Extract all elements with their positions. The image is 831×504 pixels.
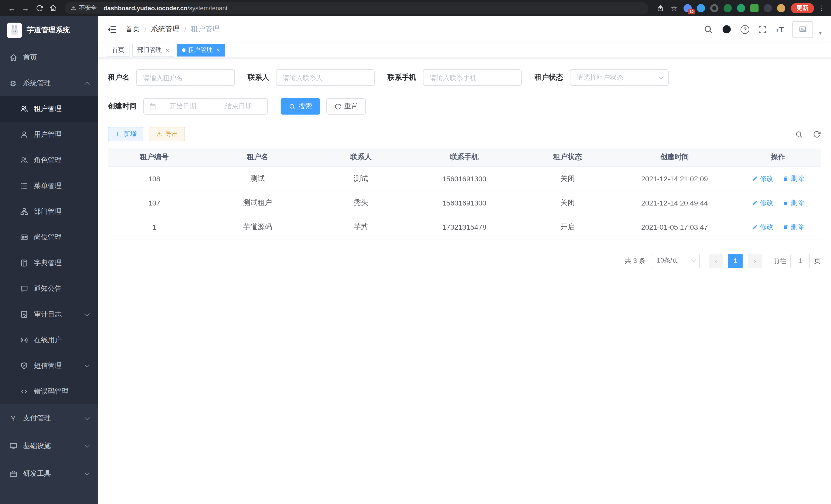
cell-tenant-id: 1 [108,215,201,239]
search-icon[interactable] [704,25,713,34]
user-icon [20,130,28,139]
sidebar-item-home[interactable]: 首页 [0,45,98,70]
contact-input[interactable] [276,69,375,86]
extension-icon-5[interactable] [737,4,745,12]
edit-button[interactable]: 修改 [752,174,773,183]
browser-back-button[interactable]: ← [5,2,18,14]
bookmark-star-icon[interactable]: ☆ [667,2,681,14]
next-page-button[interactable]: › [748,254,762,268]
sidebar-item-system-management[interactable]: ⚙ 系统管理 [0,70,98,96]
sidebar-item-role-management[interactable]: 角色管理 [0,147,98,173]
browser-update-button[interactable]: 更新 [791,3,814,13]
plus-icon [115,131,121,137]
browser-reload-button[interactable] [33,2,46,14]
date-range-picker[interactable]: 开始日期 - 结束日期 [143,98,268,115]
tags-view-bar: 首页 部门管理 × 租户管理 × [98,42,831,58]
browser-menu-icon[interactable]: ⋮ [818,4,826,12]
edit-label: 修改 [760,198,773,207]
sidebar-item-online-users[interactable]: 在线用户 [0,327,98,353]
add-button[interactable]: 新增 [108,127,143,141]
app-title: 芋道管理系统 [27,26,70,35]
sidebar-item-audit-log[interactable]: 审计日志 [0,302,98,327]
phone-input[interactable] [423,69,522,86]
edit-button[interactable]: 修改 [752,222,773,232]
cell-actions: 修改 删除 [735,190,821,215]
breadcrumb-system[interactable]: 系统管理 [151,25,180,34]
sidebar-item-error-code-management[interactable]: 错误码管理 [0,379,98,404]
delete-button[interactable]: 删除 [782,198,804,207]
extension-icon-1[interactable]: 10 [684,4,692,12]
app-logo[interactable]: 芋道管理系统 [0,16,98,45]
sidebar-item-payment-management[interactable]: ¥ 支付管理 [0,404,98,432]
extension-icon-4[interactable] [724,4,732,12]
avatar-caret-icon[interactable]: ▾ [819,30,822,36]
extension-badge: 10 [688,9,695,14]
status-select[interactable]: 请选择租户状态 [570,69,668,86]
edit-button[interactable]: 修改 [752,198,773,207]
page-header: 首页 / 系统管理 / 租户管理 ? TT ▾ [98,16,831,42]
page-size-select[interactable]: 10条/页 [652,254,700,268]
refresh-table-icon[interactable] [813,130,821,138]
sidebar-item-sms-management[interactable]: 短信管理 [0,353,98,379]
browser-profile-avatar[interactable] [777,4,785,12]
browser-home-button[interactable] [47,2,60,14]
breadcrumb-home[interactable]: 首页 [125,25,140,34]
sidebar-item-dict-management[interactable]: 字典管理 [0,250,98,276]
tab-dept-management[interactable]: 部门管理 × [132,44,174,57]
browser-forward-button[interactable]: → [19,2,32,14]
extension-icon-2[interactable] [697,4,705,12]
sidebar-item-label: 岗位管理 [34,233,62,242]
sidebar-item-menu-management[interactable]: 菜单管理 [0,173,98,199]
share-icon[interactable] [654,2,666,14]
sidebar-item-label: 用户管理 [34,130,62,139]
chevron-down-icon [85,442,90,447]
tenant-name-label: 租户名 [108,73,130,82]
page-number-1[interactable]: 1 [728,254,743,268]
tab-home[interactable]: 首页 [107,44,130,57]
sidebar-item-infrastructure[interactable]: 基础设施 [0,432,98,460]
security-label[interactable]: 不安全 [79,4,97,12]
github-icon[interactable] [721,24,732,34]
address-bar[interactable]: ⚠ 不安全 dashboard.yudao.iocoder.cn/system/… [65,2,649,14]
sidebar-item-notice[interactable]: 通知公告 [0,276,98,302]
tab-close-icon[interactable]: × [166,47,169,53]
page-unit-label: 页 [814,256,821,265]
delete-label: 删除 [791,174,804,183]
sidebar-item-user-management[interactable]: 用户管理 [0,122,98,147]
avatar[interactable] [793,21,813,38]
prev-page-button[interactable]: ‹ [709,254,723,268]
search-button[interactable]: 搜索 [281,98,320,115]
extension-icon-3[interactable] [710,4,718,12]
create-time-label: 创建时间 [108,102,137,111]
delete-label: 删除 [791,222,804,232]
filter-row-1: 租户名 联系人 联系手机 租户状态 请选择租户状态 [108,69,821,86]
search-button-label: 搜索 [298,102,312,111]
sidebar-item-dept-management[interactable]: 部门管理 [0,199,98,225]
tab-tenant-management[interactable]: 租户管理 × [177,44,225,57]
toggle-search-icon[interactable] [795,130,803,138]
reset-button[interactable]: 重置 [326,98,366,115]
help-icon[interactable]: ? [741,25,749,34]
refresh-icon [335,103,341,110]
sidebar-item-label: 审计日志 [34,310,62,319]
goto-page-input[interactable] [791,254,810,268]
fullscreen-icon[interactable] [758,25,767,34]
table-row: 108 测试 测试 15601691300 关闭 2021-12-14 21:0… [108,167,821,190]
extension-icon-6[interactable] [750,4,758,12]
export-button[interactable]: 导出 [149,127,185,141]
edit-pen-icon [752,175,758,182]
delete-label: 删除 [791,198,804,207]
extension-icon-7[interactable] [764,4,772,12]
sidebar-item-tenant-management[interactable]: 租户管理 [0,96,98,122]
delete-button[interactable]: 删除 [782,222,804,232]
toolbox-icon [9,469,18,478]
sidebar-item-post-management[interactable]: 岗位管理 [0,225,98,250]
sidebar-item-dev-tools[interactable]: 研发工具 [0,460,98,487]
sidebar-toggle[interactable] [107,24,117,34]
tab-close-icon[interactable]: × [217,47,220,53]
app-window: ← → ⚠ 不安全 dashboard.yudao.iocoder.cn/sys… [0,0,831,504]
font-size-icon[interactable]: TT [775,25,784,33]
delete-button[interactable]: 删除 [782,174,804,183]
doc-pen-icon [20,310,28,319]
tenant-name-input[interactable] [136,69,235,86]
